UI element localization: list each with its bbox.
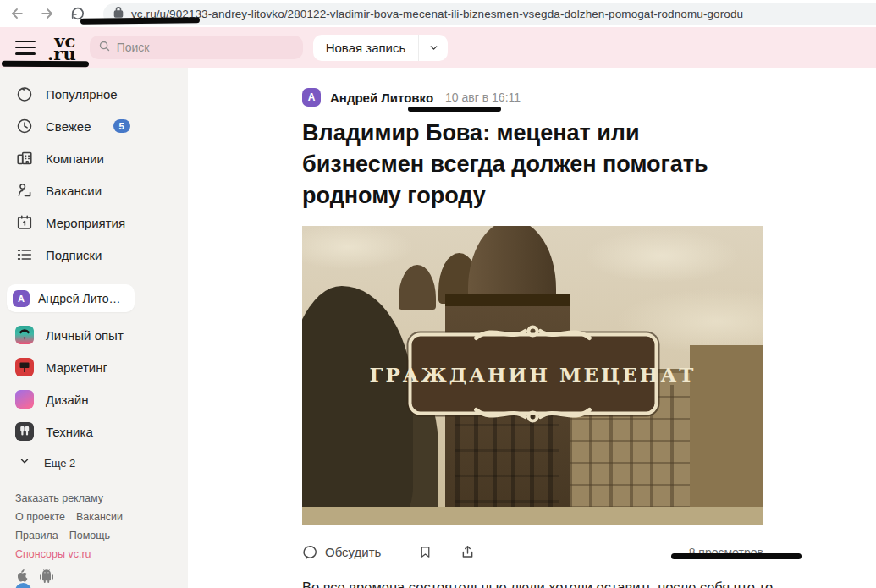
image-far-buildings (690, 345, 763, 525)
article-title: Владимир Бова: меценат или бизнесмен все… (302, 118, 776, 212)
popular-icon (15, 85, 34, 103)
address-bar[interactable]: vc.ru/u/902133-andrey-litovko/280122-vla… (103, 3, 876, 25)
author-name[interactable]: Андрей Литовко (330, 91, 433, 105)
bookmark-icon (418, 544, 432, 560)
new-post-dropdown-button[interactable] (419, 42, 448, 53)
sidebar-item-jobs[interactable]: Вакансии (0, 174, 188, 206)
footer-link-jobs[interactable]: Вакансии (76, 508, 123, 526)
sidebar: Популярное Свежее 5 Компании Ваканси (0, 68, 188, 588)
url-text: vc.ru/u/902133-andrey-litovko/280122-vla… (131, 8, 743, 20)
chevron-down-icon (19, 455, 30, 470)
page: vc.ru/u/902133-andrey-litovko/280122-vla… (0, 0, 876, 588)
discuss-button[interactable]: Обсудить (302, 544, 381, 560)
user-avatar: А (13, 290, 30, 307)
tech-icon (15, 422, 34, 441)
sidebar-item-events[interactable]: Мероприятия (0, 206, 188, 239)
annotation-underline-url (80, 17, 200, 24)
list-icon (15, 245, 34, 264)
footer-link-rules[interactable]: Правила (15, 526, 58, 545)
author-avatar[interactable]: А (302, 88, 321, 107)
fresh-count-badge: 5 (113, 119, 130, 133)
footer-link-help[interactable]: Помощь (69, 526, 110, 545)
buildings-icon (15, 149, 34, 168)
browser-forward-icon[interactable] (39, 5, 56, 22)
sidebar-more-button[interactable]: Еще 2 (0, 448, 188, 478)
share-icon (460, 544, 476, 560)
partial-social-icon[interactable] (15, 583, 31, 588)
sidebar-footer: Заказать рекламу О проекте Вакансии Прав… (15, 489, 123, 583)
annotation-underline-date (408, 107, 501, 112)
plaque-flourish-top (470, 322, 597, 346)
marketing-icon (15, 358, 34, 376)
sidebar-item-my-profile[interactable]: А Андрей Лито… (7, 284, 135, 312)
design-icon (15, 390, 34, 409)
share-button[interactable] (460, 544, 476, 560)
sidebar-item-marketing[interactable]: Маркетинг (0, 351, 188, 383)
sidebar-item-personal-experience[interactable]: Личный опыт (0, 319, 188, 351)
bookmark-button[interactable] (418, 544, 432, 560)
sidebar-item-popular[interactable]: Популярное (0, 78, 188, 110)
new-post-button-group: Новая запись (313, 35, 449, 61)
sidebar-item-design[interactable]: Дизайн (0, 383, 188, 415)
browser-back-icon[interactable] (8, 5, 25, 22)
search-placeholder: Поиск (117, 41, 150, 54)
footer-link-sponsors[interactable]: Спонсоры vc.ru (15, 548, 91, 560)
image-street (302, 507, 763, 525)
annotation-underline-logo (2, 61, 89, 68)
person-jobs-icon (15, 181, 34, 200)
sidebar-item-companies[interactable]: Компании (0, 142, 188, 174)
sidebar-item-tech[interactable]: Техника (0, 415, 188, 448)
search-icon (98, 40, 111, 56)
article-cover-image[interactable]: ГРАЖДАНИН МЕЦЕНАТ (302, 226, 763, 525)
image-plaque: ГРАЖДАНИН МЕЦЕНАТ (408, 332, 658, 415)
calendar-icon (15, 213, 34, 232)
user-name: Андрей Лито… (38, 292, 121, 305)
annotation-underline-views (671, 553, 802, 559)
comment-icon (302, 544, 318, 560)
clock-icon (15, 117, 34, 135)
apple-app-icon[interactable] (15, 569, 28, 583)
footer-link-advertising[interactable]: Заказать рекламу (15, 492, 103, 504)
sidebar-item-fresh[interactable]: Свежее 5 (0, 110, 188, 142)
sidebar-item-subscriptions[interactable]: Подписки (0, 239, 188, 271)
plaque-flourish-bottom (470, 401, 597, 425)
search-input[interactable]: Поиск (90, 36, 303, 59)
publish-date: 10 авг в 16:11 (445, 91, 521, 104)
article-author-row: А Андрей Литовко 10 авг в 16:11 (302, 88, 763, 107)
article-area: А Андрей Литовко 10 авг в 16:11 Владимир… (188, 68, 876, 588)
personal-experience-icon (15, 326, 34, 344)
hamburger-menu-icon[interactable] (15, 41, 36, 55)
article-body-text: Во все времена состоятельные люди хотели… (302, 578, 776, 588)
plaque-text: ГРАЖДАНИН МЕЦЕНАТ (370, 362, 697, 385)
footer-link-about[interactable]: О проекте (15, 508, 65, 526)
android-app-icon[interactable] (40, 569, 53, 583)
site-header: vc .ru Поиск Новая запись (0, 27, 876, 68)
vc-logo[interactable]: vc .ru (47, 35, 76, 60)
new-post-button[interactable]: Новая запись (313, 41, 419, 55)
